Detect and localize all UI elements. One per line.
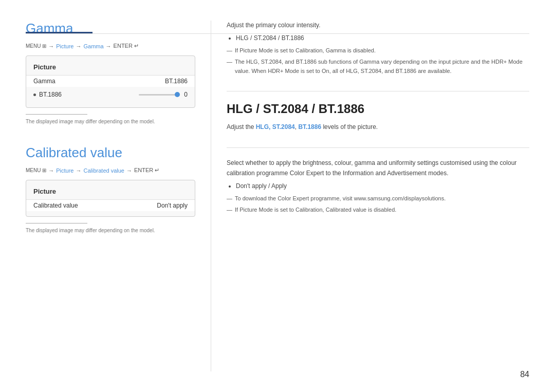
bt1886-ref1: BT.1886: [296, 59, 317, 65]
gamma-section-divider: [26, 114, 87, 115]
hlg-ref1: HLG, ST.2084: [246, 59, 282, 65]
calibrated-row: Calibrated value Don't apply: [26, 199, 195, 211]
hlg-intro: Adjust the HLG, ST.2084, BT.1886 levels …: [227, 122, 529, 132]
gamma-bullet-item: HLG / ST.2084 / BT.1886: [236, 33, 529, 43]
right-column: Adjust the primary colour intensity. HLG…: [211, 21, 529, 371]
gamma-note1: If Picture Mode is set to Calibration, G…: [227, 46, 529, 55]
gamma-slider[interactable]: [139, 94, 180, 96]
gamma-note: The displayed image may differ depending…: [26, 119, 195, 124]
gamma-section: Gamma MENU ⊞ → Picture → Gamma → ENTER ↵…: [26, 21, 195, 124]
bt1886-ref2: BT.1886: [396, 68, 416, 74]
gamma-sub-text: BT.1886: [39, 91, 62, 98]
calibrated-value-ref: Calibrated value: [326, 207, 367, 213]
bullet-icon: [33, 94, 36, 96]
calibration-ref2: Calibration: [295, 207, 323, 213]
picture-mode-ref1: Picture Mode: [239, 47, 273, 53]
calibrated-title: Calibrated value: [26, 145, 195, 161]
calibrated-enter-label: ENTER ↵: [134, 167, 159, 174]
calibrated-section: Calibrated value MENU ⊞ → Picture → Cali…: [26, 145, 195, 233]
gamma-title: Gamma: [26, 21, 195, 36]
menu-icon: MENU ⊞: [26, 43, 46, 49]
gamma-sub-row: BT.1886 0: [26, 87, 195, 102]
calibrated-menu-path: MENU ⊞ → Picture → Calibrated value → EN…: [26, 167, 195, 174]
calibrated-bullet-list: Don't apply / Apply: [236, 181, 529, 191]
apply-ref: Apply: [271, 182, 287, 190]
calibrated-note: The displayed image may differ depending…: [26, 228, 195, 233]
calibrated-bullet-item: Don't apply / Apply: [236, 181, 529, 191]
gamma-right-intro: Adjust the primary colour intensity.: [227, 21, 529, 30]
hlg-section-title: HLG / ST.2084 / BT.1886: [227, 102, 529, 116]
calibrated-note1: To download the Color Expert programme, …: [227, 194, 529, 203]
dont-apply-ref: Don't apply: [236, 182, 267, 190]
calibrated-picture-box: Picture Calibrated value Don't apply: [26, 180, 195, 217]
gamma-note2: The HLG, ST.2084, and BT.1886 sub functi…: [227, 58, 529, 76]
gamma-sub-value: 0: [184, 91, 188, 98]
right-divider: [227, 91, 529, 91]
calibrated-note2: If Picture Mode is set to Calibration, C…: [227, 206, 529, 215]
right-gamma-section: Adjust the primary colour intensity. HLG…: [227, 21, 529, 76]
gamma-picture-title: Picture: [26, 61, 195, 75]
hdrplus-ref1: HDR+ Mode: [491, 59, 523, 65]
picture-link[interactable]: Picture: [56, 43, 73, 49]
gamma-picture-box: Picture Gamma BT.1886 BT.1886 0: [26, 55, 195, 108]
gamma-row: Gamma BT.1886: [26, 75, 195, 87]
gamma-row-value: BT.1886: [165, 78, 188, 85]
right-calibrated-section: Select whether to apply the brightness, …: [227, 158, 529, 214]
gamma-link[interactable]: Gamma: [83, 43, 103, 49]
calibrated-picture-link[interactable]: Picture: [56, 167, 73, 174]
gamma-slider-group: 0: [139, 91, 188, 98]
top-divider-line: [26, 33, 529, 34]
gamma-sub-label: BT.1886: [33, 91, 62, 98]
gamma-ref2: Gamma: [359, 59, 379, 65]
gamma-menu-path: MENU ⊞ → Picture → Gamma → ENTER ↵: [26, 43, 195, 49]
bt1886-text-ref: BT.1886: [298, 123, 321, 130]
right-divider2: [227, 147, 529, 148]
calibrated-row-value: Don't apply: [157, 202, 188, 209]
picture-mode-ref2: Picture Mode: [239, 207, 273, 213]
calibrated-section-divider: [26, 223, 87, 223]
calibrated-menu-icon: MENU ⊞: [26, 167, 46, 173]
calibrated-right-intro: Select whether to apply the brightness, …: [227, 158, 529, 178]
left-column: Gamma MENU ⊞ → Picture → Gamma → ENTER ↵…: [26, 21, 211, 371]
enter-label: ENTER ↵: [114, 43, 139, 49]
calibrated-picture-title: Picture: [26, 185, 195, 199]
hlg-ref2: HLG, ST.2084: [346, 68, 381, 74]
gamma-bullet-text: HLG / ST.2084 / BT.1886: [236, 34, 304, 42]
page-number: 84: [520, 370, 529, 379]
gamma-bullet-list: HLG / ST.2084 / BT.1886: [236, 33, 529, 43]
hdrplus-ref2: HDR+ Mode: [268, 68, 299, 74]
color-expert-ref: Color Expert: [278, 195, 309, 201]
right-hlg-section: HLG / ST.2084 / BT.1886 Adjust the HLG, …: [227, 102, 529, 132]
gamma-ref: Gamma: [326, 47, 346, 53]
calibration-ref1: Calibration: [295, 47, 323, 53]
calibrated-row-label: Calibrated value: [33, 202, 78, 209]
hlg-text-ref: HLG, ST.2084: [256, 123, 295, 130]
calibrated-value-link[interactable]: Calibrated value: [83, 167, 124, 174]
gamma-row-label: Gamma: [33, 78, 55, 85]
